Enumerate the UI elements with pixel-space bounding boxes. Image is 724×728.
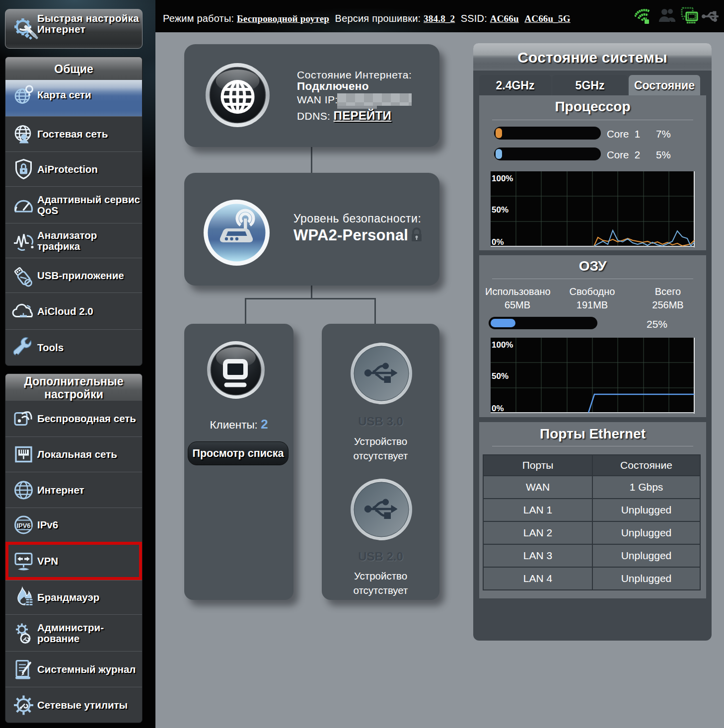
svg-text:0%: 0% bbox=[492, 237, 504, 247]
svg-text:50%: 50% bbox=[492, 205, 508, 215]
svg-text:100%: 100% bbox=[492, 174, 513, 183]
svg-text:100%: 100% bbox=[492, 340, 513, 350]
svg-text:IPV6: IPV6 bbox=[16, 522, 30, 529]
svg-text:50%: 50% bbox=[492, 371, 508, 381]
svg-text:0%: 0% bbox=[492, 404, 504, 413]
